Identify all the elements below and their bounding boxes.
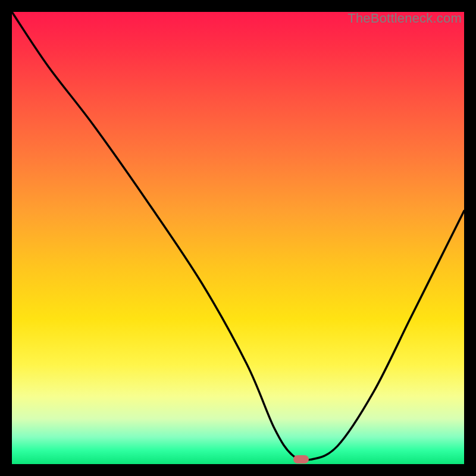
bottleneck-curve xyxy=(12,12,464,464)
plot-area: TheBottleneck.com xyxy=(12,12,464,464)
optimum-marker xyxy=(293,455,309,464)
watermark-text: TheBottleneck.com xyxy=(347,11,462,26)
chart-frame: TheBottleneck.com xyxy=(0,0,476,476)
